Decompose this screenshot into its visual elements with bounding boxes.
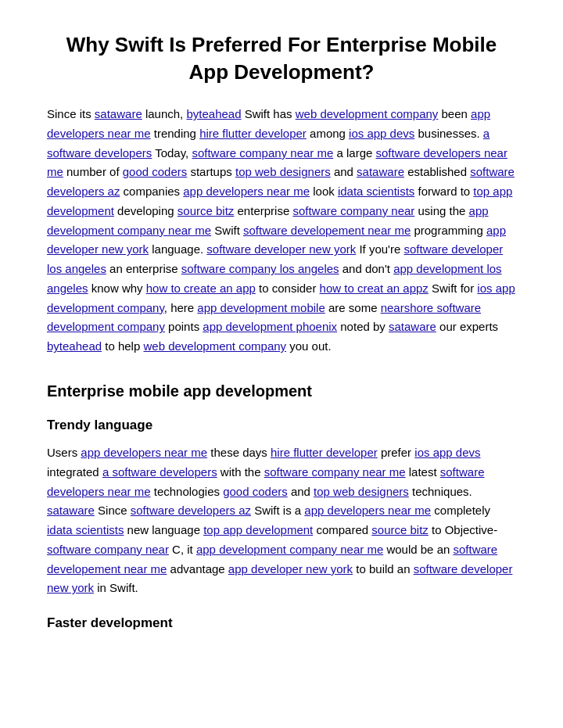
intro-paragraph: Since its sataware launch, byteahead Swi…	[47, 105, 516, 357]
how-to-creat-appz-link-1[interactable]: how to creat an appz	[320, 282, 429, 295]
app-dev-mobile-link-1[interactable]: app development mobile	[197, 301, 325, 314]
software-company-near-me-link-1[interactable]: software company near me	[192, 146, 333, 160]
ios-app-devs-link-1[interactable]: ios app devs	[349, 127, 414, 140]
how-to-create-app-link-1[interactable]: how to create an app	[146, 282, 256, 295]
page-container: Why Swift Is Preferred For Enterprise Mo…	[0, 0, 563, 672]
byteahead-link-2[interactable]: byteahead	[47, 339, 102, 353]
good-coders-link-1[interactable]: good coders	[123, 165, 188, 178]
top-web-designers-link-2[interactable]: top web designers	[314, 485, 409, 498]
app-dev-near-me-link-2[interactable]: app developers near me	[183, 185, 310, 198]
software-company-near-link-1[interactable]: software company near	[292, 204, 414, 217]
top-web-designers-link-1[interactable]: top web designers	[235, 165, 331, 178]
source-bitz-link-2[interactable]: source bitz	[371, 523, 429, 536]
subsection2-heading: Faster development	[47, 612, 516, 633]
software-company-near-link-2[interactable]: software company near	[47, 543, 169, 556]
ios-app-devs-link-2[interactable]: ios app devs	[414, 446, 480, 459]
good-coders-link-2[interactable]: good coders	[223, 485, 288, 498]
idata-scientists-link-2[interactable]: idata scientists	[47, 523, 124, 536]
app-dev-near-me-link-3[interactable]: app developers near me	[81, 446, 207, 459]
source-bitz-link-1[interactable]: source bitz	[178, 204, 235, 217]
subsection1-heading: Trendy language	[47, 414, 516, 436]
app-dev-new-york-link-2[interactable]: app developer new york	[228, 562, 353, 576]
software-dev-az-link-2[interactable]: software developers az	[131, 504, 251, 517]
sataware-link-1[interactable]: sataware	[95, 107, 142, 120]
hire-flutter-link-1[interactable]: hire flutter developer	[199, 127, 307, 140]
app-dev-phoenix-link-1[interactable]: app development phoenix	[203, 320, 337, 333]
web-dev-company-link-1[interactable]: web development company	[296, 107, 439, 120]
hire-flutter-link-2[interactable]: hire flutter developer	[271, 446, 378, 459]
sataware-link-4[interactable]: sataware	[47, 504, 95, 517]
software-company-la-link-1[interactable]: software company los angeles	[181, 262, 339, 275]
idata-scientists-link-1[interactable]: idata scientists	[338, 185, 414, 198]
app-dev-near-me-link-4[interactable]: app developers near me	[304, 504, 431, 517]
web-dev-company-link-2[interactable]: web development company	[143, 339, 286, 353]
page-title: Why Swift Is Preferred For Enterprise Mo…	[47, 31, 516, 86]
sataware-link-2[interactable]: sataware	[357, 165, 404, 178]
sataware-link-3[interactable]: sataware	[389, 320, 436, 333]
software-dev-new-york-link-1[interactable]: software developer new york	[206, 242, 356, 256]
top-app-dev-link-2[interactable]: top app development	[203, 523, 313, 536]
byteahead-link-1[interactable]: byteahead	[186, 107, 241, 120]
software-company-near-me-link-2[interactable]: software company near me	[264, 465, 406, 479]
trendy-language-paragraph: Users app developers near me these days …	[47, 443, 516, 598]
section1-heading: Enterprise mobile app development	[47, 378, 516, 403]
software-developement-near-link-1[interactable]: software developement near me	[243, 224, 411, 237]
software-developers-link-2[interactable]: a software developers	[102, 465, 217, 479]
app-dev-company-near-link-2[interactable]: app development company near me	[196, 543, 383, 556]
